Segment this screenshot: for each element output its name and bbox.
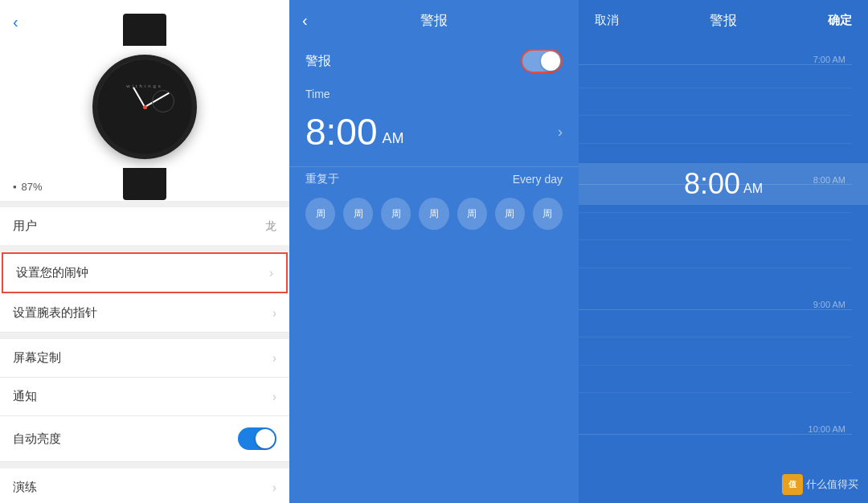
left-back-button[interactable]: ‹	[13, 10, 18, 35]
selected-time-display: 8:00	[684, 167, 740, 201]
time-ampm: AM	[383, 130, 404, 147]
menu-item-label-notify: 通知	[13, 389, 37, 404]
days-row: 周 周 周 周 周 周 周	[305, 198, 563, 230]
day-circle-0[interactable]: 周	[305, 198, 335, 230]
divider-2	[0, 245, 289, 251]
alarm-toggle[interactable]	[521, 49, 563, 73]
watch-face: withings	[92, 55, 197, 159]
time-value-row[interactable]: 8:00 AM ›	[305, 110, 563, 153]
divider-3	[0, 333, 289, 339]
user-row: 用户 龙	[0, 207, 289, 245]
selected-ampm: AM	[743, 182, 763, 196]
time-value: 8:00	[305, 110, 378, 153]
menu-item-label-screen: 屏幕定制	[13, 350, 61, 366]
time-section: Time 8:00 AM ›	[289, 81, 579, 166]
middle-title: 警报	[420, 11, 448, 30]
day-circle-1[interactable]: 周	[343, 198, 373, 230]
watch-brand: withings	[126, 84, 163, 88]
watch-strap-top	[123, 14, 166, 46]
confirm-button[interactable]: 确定	[828, 13, 852, 28]
menu-item-notify[interactable]: 通知 ›	[0, 378, 289, 416]
selected-time-bar: 8:00 AM	[579, 163, 868, 205]
battery-icon: ▪	[13, 181, 17, 193]
day-circle-4[interactable]: 周	[457, 198, 487, 230]
chevron-workout: ›	[272, 481, 276, 495]
chevron-set-alarm: ›	[269, 266, 273, 280]
chevron-set-hands: ›	[272, 306, 276, 321]
alarm-toggle-row: 警报	[289, 41, 579, 81]
menu-item-label-auto-bright: 自动亮度	[13, 431, 61, 447]
left-panel: ‹ withings ▪ 87% 用户 龙	[0, 0, 289, 503]
menu-item-label-workout: 演练	[13, 480, 37, 495]
menu-item-set-hands[interactable]: 设置腕表的指针 ›	[0, 294, 289, 333]
watch-center-dot	[143, 105, 147, 109]
user-label: 用户	[13, 219, 37, 234]
divider-1	[0, 201, 289, 207]
chevron-screen: ›	[272, 351, 276, 366]
alarm-toggle-knob	[541, 51, 560, 71]
watch-hour-hand	[133, 87, 145, 107]
grid-label-10am: 10:00 AM	[809, 424, 852, 434]
time-grid: 7:00 AM 8:00 AM 9:00 AM 10:00 AM	[579, 41, 868, 503]
day-circle-5[interactable]: 周	[495, 198, 525, 230]
day-circle-3[interactable]: 周	[419, 198, 448, 230]
watch-display: withings	[97, 59, 192, 154]
grid-label-7am: 7:00 AM	[813, 55, 852, 64]
menu-item-set-alarm[interactable]: 设置您的闹钟 ›	[2, 252, 288, 293]
grid-line-7am: 7:00 AM	[579, 64, 852, 65]
right-header: 取消 警报 确定	[579, 0, 868, 41]
watch-strap-bottom	[123, 168, 166, 200]
watermark: 值 什么值得买	[782, 474, 858, 495]
time-chevron: ›	[558, 124, 563, 141]
time-picker-area[interactable]: 7:00 AM 8:00 AM 9:00 AM 10:00 AM	[579, 41, 868, 503]
repeat-label: 重复于	[305, 172, 339, 186]
grid-line-9am: 9:00 AM	[579, 309, 852, 310]
middle-header: ‹ 警报	[289, 0, 579, 41]
watch-image: withings	[0, 35, 289, 178]
right-panel: 取消 警报 确定 7:00 AM 8:00 AM 9:00 AM 10:00 A…	[579, 0, 868, 503]
grid-line-10am: 10:00 AM	[579, 434, 852, 435]
middle-panel: ‹ 警报 警报 Time 8:00 AM › 重复于 Every day 周 周…	[289, 0, 579, 503]
menu-item-workout[interactable]: 演练 ›	[0, 468, 289, 503]
grid-label-9am: 9:00 AM	[813, 300, 852, 309]
user-section: 用户 龙	[0, 207, 289, 245]
middle-back-button[interactable]: ‹	[302, 11, 308, 30]
divider-4	[0, 462, 289, 468]
chevron-notify: ›	[272, 390, 276, 404]
battery-percent: 87%	[22, 181, 43, 193]
watch-subdial	[152, 90, 174, 112]
user-name: 龙	[265, 219, 276, 234]
auto-bright-toggle[interactable]	[238, 427, 276, 450]
menu-item-label-set-hands: 设置腕表的指针	[13, 305, 97, 321]
cancel-button[interactable]: 取消	[595, 13, 619, 28]
repeat-value: Every day	[513, 173, 563, 186]
watermark-icon: 值	[782, 474, 803, 495]
watermark-text: 什么值得买	[806, 477, 858, 492]
repeat-header: 重复于 Every day	[305, 172, 563, 186]
menu-item-auto-bright[interactable]: 自动亮度	[0, 416, 289, 462]
day-circle-2[interactable]: 周	[381, 198, 411, 230]
right-title: 警报	[710, 11, 737, 30]
menu-section: 设置您的闹钟 › 设置腕表的指针 › 屏幕定制 › 通知 › 自动亮度	[0, 251, 289, 503]
toggle-knob	[256, 429, 275, 448]
menu-item-label-set-alarm: 设置您的闹钟	[16, 265, 88, 280]
day-circle-6[interactable]: 周	[533, 198, 563, 230]
repeat-section: 重复于 Every day 周 周 周 周 周 周 周	[289, 166, 579, 235]
time-label: Time	[305, 88, 563, 100]
alarm-toggle-label: 警报	[305, 53, 331, 70]
menu-item-screen[interactable]: 屏幕定制 ›	[0, 339, 289, 378]
